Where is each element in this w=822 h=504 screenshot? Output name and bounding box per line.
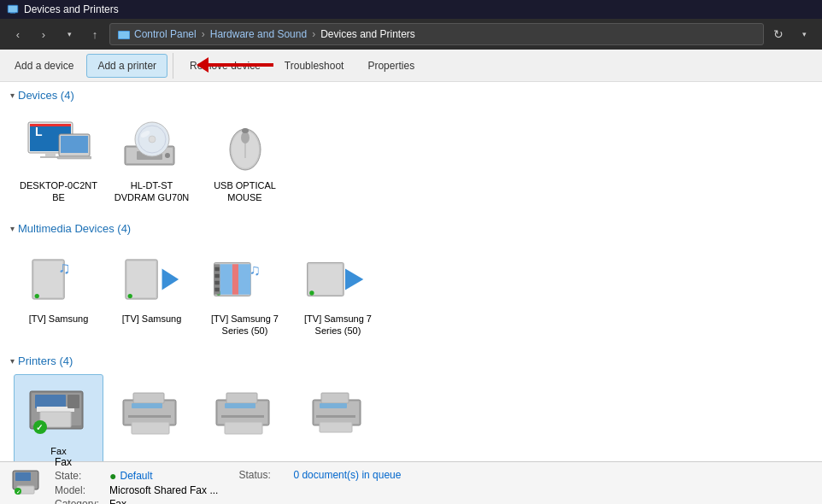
svg-rect-56 bbox=[68, 395, 79, 408]
svg-point-25 bbox=[241, 132, 250, 144]
svg-rect-70 bbox=[225, 403, 255, 408]
svg-point-20 bbox=[149, 136, 156, 143]
status-right-col: Status: 0 document(s) in queue bbox=[238, 469, 401, 504]
status-details-row: State: ● Default Model: Microsoft Shared… bbox=[55, 469, 401, 504]
devices-section-label: Devices (4) bbox=[18, 89, 74, 102]
tv-samsung-7-1[interactable]: ♫ [TV] Samsung 7Series (50) bbox=[200, 242, 290, 345]
red-arrow-annotation bbox=[197, 54, 273, 76]
model-row: Model: Microsoft Shared Fax ... bbox=[55, 484, 218, 496]
svg-rect-63 bbox=[132, 422, 169, 434]
statusbar-info: Fax State: ● Default Model: Microsoft Sh… bbox=[55, 456, 401, 504]
multimedia-chevron: ▾ bbox=[10, 224, 15, 233]
svg-text:L: L bbox=[35, 125, 43, 138]
svg-rect-13 bbox=[57, 156, 91, 159]
tv-samsung-7-1-label: [TV] Samsung 7Series (50) bbox=[211, 313, 279, 337]
printers-chevron: ▾ bbox=[10, 356, 15, 366]
svg-marker-50 bbox=[345, 268, 363, 290]
desktop-label: DESKTOP-0C2NTBE bbox=[20, 179, 97, 204]
svg-point-17 bbox=[165, 153, 170, 158]
model-label: Model: bbox=[55, 484, 106, 496]
status-label: Status: bbox=[238, 469, 290, 481]
troubleshoot-button[interactable]: Troubleshoot bbox=[273, 54, 355, 78]
devices-section-header[interactable]: ▾ Devices (4) bbox=[0, 82, 822, 105]
device-mouse[interactable]: USB OPTICALMOUSE bbox=[200, 108, 290, 212]
multimedia-section-label: Multimedia Devices (4) bbox=[18, 222, 131, 235]
breadcrumb-hardware-sound[interactable]: Hardware and Sound bbox=[210, 28, 307, 40]
add-device-button[interactable]: Add a device bbox=[3, 54, 85, 78]
breadcrumb-control-panel[interactable]: Control Panel bbox=[134, 28, 197, 40]
svg-point-33 bbox=[127, 293, 132, 297]
device-disc[interactable]: HL-DT-STDVDRAM GU70N bbox=[107, 108, 197, 212]
printers-grid: ✓ Fax bbox=[0, 371, 822, 461]
mouse-label: USB OPTICALMOUSE bbox=[214, 179, 276, 204]
svg-rect-39 bbox=[214, 267, 219, 270]
statusbar: ✓ Fax State: ● Default Model: Microsoft … bbox=[0, 461, 822, 504]
search-dropdown-button[interactable]: ▾ bbox=[793, 23, 815, 45]
svg-rect-80 bbox=[15, 481, 34, 483]
devices-chevron: ▾ bbox=[10, 91, 15, 100]
disc-label: HL-DT-STDVDRAM GU70N bbox=[114, 179, 189, 204]
tv-samsung-2[interactable]: [TV] Samsung bbox=[107, 242, 197, 345]
status-device-name: Fax bbox=[55, 456, 72, 468]
desktop-icon: L bbox=[25, 116, 93, 176]
svg-point-49 bbox=[309, 290, 314, 295]
add-printer-button[interactable]: Add a printer bbox=[86, 54, 167, 78]
fax-printer-icon: ✓ bbox=[25, 382, 93, 442]
status-device-name-row: Fax bbox=[55, 456, 401, 468]
mouse-icon bbox=[211, 116, 279, 176]
svg-rect-1 bbox=[9, 6, 17, 12]
recent-locations-button[interactable]: ▾ bbox=[58, 23, 80, 45]
model-value: Microsoft Shared Fax ... bbox=[109, 484, 218, 496]
svg-text:♫: ♫ bbox=[58, 257, 71, 276]
tv-samsung-2-label: [TV] Samsung bbox=[122, 313, 182, 325]
printer-2-icon bbox=[118, 382, 186, 442]
category-value: Fax bbox=[109, 498, 126, 504]
state-value: Default bbox=[120, 470, 152, 482]
svg-text:✓: ✓ bbox=[16, 489, 21, 495]
main-content: ▾ Devices (4) L DESKTO bbox=[0, 82, 822, 461]
toolbar: Add a device Add a printer Remove device… bbox=[0, 50, 822, 82]
printer-4[interactable] bbox=[293, 374, 383, 461]
up-button[interactable]: ↑ bbox=[84, 23, 106, 45]
addressbar: ‹ › ▾ ↑ Control Panel › Hardware and Sou… bbox=[0, 19, 822, 50]
tv-music-icon: ♫ bbox=[25, 249, 93, 309]
titlebar-icon bbox=[7, 3, 19, 17]
multimedia-grid: ♫ [TV] Samsung [TV] Samsung bbox=[0, 238, 822, 349]
address-box: Control Panel › Hardware and Sound › Dev… bbox=[109, 23, 764, 45]
svg-rect-2 bbox=[10, 12, 15, 14]
printer-3[interactable] bbox=[200, 374, 290, 461]
svg-rect-43 bbox=[220, 264, 232, 295]
status-row: Status: 0 document(s) in queue bbox=[238, 469, 401, 481]
svg-text:✓: ✓ bbox=[36, 423, 43, 432]
svg-marker-34 bbox=[161, 268, 179, 290]
state-label: State: bbox=[55, 470, 106, 482]
printers-section-header[interactable]: ▾ Printers (4) bbox=[0, 348, 822, 371]
titlebar-title: Devices and Printers bbox=[24, 3, 119, 15]
svg-rect-68 bbox=[221, 415, 264, 418]
svg-rect-67 bbox=[226, 393, 257, 403]
statusbar-device-icon: ✓ bbox=[10, 466, 44, 501]
state-ok-icon: ● bbox=[109, 469, 116, 483]
svg-rect-76 bbox=[320, 403, 347, 408]
svg-rect-4 bbox=[119, 32, 129, 38]
tv-arrow-icon bbox=[118, 249, 186, 309]
refresh-button[interactable]: ↻ bbox=[767, 23, 790, 45]
tv-samsung-1-label: [TV] Samsung bbox=[29, 313, 89, 325]
back-button[interactable]: ‹ bbox=[7, 23, 29, 45]
printer-4-icon bbox=[304, 382, 373, 442]
printers-section-label: Printers (4) bbox=[18, 355, 73, 367]
tv-samsung-7-2[interactable]: [TV] Samsung 7Series (50) bbox=[293, 242, 383, 345]
properties-button[interactable]: Properties bbox=[356, 54, 426, 78]
titlebar: Devices and Printers bbox=[0, 0, 822, 19]
multimedia-section-header[interactable]: ▾ Multimedia Devices (4) bbox=[0, 215, 822, 238]
tv-samsung-1[interactable]: ♫ [TV] Samsung bbox=[14, 242, 103, 345]
svg-rect-44 bbox=[232, 264, 238, 295]
svg-rect-48 bbox=[308, 264, 342, 295]
device-desktop[interactable]: L DESKTOP-0C2NTBE bbox=[14, 108, 103, 212]
status-value[interactable]: 0 document(s) in queue bbox=[293, 469, 401, 481]
svg-rect-79 bbox=[15, 472, 31, 481]
forward-button[interactable]: › bbox=[32, 23, 55, 45]
svg-rect-61 bbox=[133, 393, 164, 403]
printer-fax[interactable]: ✓ Fax bbox=[14, 374, 103, 461]
printer-2[interactable] bbox=[107, 374, 197, 461]
